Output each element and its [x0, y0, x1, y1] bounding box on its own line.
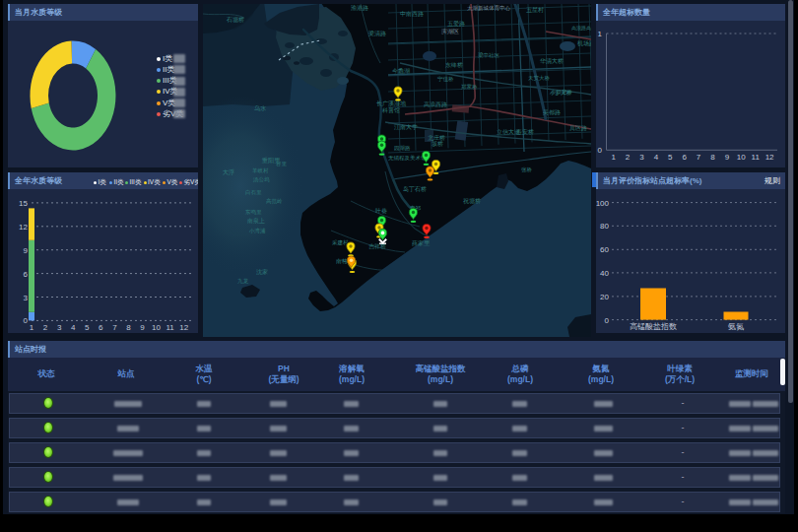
svg-text:天安大桥: 天安大桥	[528, 75, 551, 81]
svg-text:0: 0	[605, 316, 610, 325]
svg-text:3: 3	[24, 294, 29, 302]
svg-text:采建村: 采建村	[332, 239, 349, 246]
svg-text:20: 20	[600, 293, 609, 301]
svg-text:12: 12	[19, 223, 28, 232]
svg-text:9: 9	[725, 153, 730, 162]
svg-text:叶巷: 叶巷	[375, 208, 387, 214]
svg-text:无锡程及美术馆: 无锡程及美术馆	[388, 155, 427, 162]
svg-text:6: 6	[99, 323, 103, 332]
svg-text:五爱路: 五爱路	[447, 20, 465, 28]
svg-text:100: 100	[596, 199, 610, 208]
svg-text:8: 8	[710, 153, 715, 162]
svg-text:科普馆: 科普馆	[382, 106, 400, 114]
svg-text:滨湖区: 滨湖区	[441, 28, 459, 34]
svg-text:4: 4	[71, 323, 76, 332]
svg-text:江南大学: 江南大学	[394, 123, 418, 130]
svg-text:长广溪湿地: 长广溪湿地	[376, 100, 407, 106]
svg-text:石塘桥: 石塘桥	[226, 16, 244, 24]
svg-text:具区路: 具区路	[569, 124, 587, 132]
svg-text:岛丁石桥: 岛丁石桥	[403, 185, 427, 193]
svg-text:5: 5	[85, 323, 90, 332]
svg-text:40: 40	[600, 269, 609, 278]
svg-text:2: 2	[43, 323, 48, 332]
svg-text:7: 7	[697, 153, 701, 162]
svg-text:10: 10	[737, 153, 746, 162]
svg-text:6: 6	[682, 153, 687, 162]
svg-text:11: 11	[166, 323, 174, 332]
svg-text:12: 12	[179, 323, 188, 332]
svg-text:氨氮: 氨氮	[728, 322, 744, 331]
svg-text:高浪路高架: 高浪路高架	[571, 25, 591, 32]
svg-text:0: 0	[598, 146, 603, 155]
svg-text:宁佳桥: 宁佳桥	[437, 76, 454, 82]
svg-text:园湖路: 园湖路	[394, 145, 411, 152]
svg-text:梁中社区: 梁中社区	[478, 51, 500, 58]
svg-text:沈家: 沈家	[256, 268, 268, 276]
svg-text:乌水: 乌水	[254, 105, 266, 112]
svg-text:华清大桥: 华清大桥	[540, 57, 564, 64]
svg-text:60: 60	[600, 245, 609, 254]
svg-text:高浪西路: 高浪西路	[424, 100, 447, 108]
svg-text:吴都路: 吴都路	[543, 109, 561, 116]
svg-text:2: 2	[626, 153, 631, 162]
svg-text:张桥: 张桥	[521, 166, 533, 173]
svg-text:3: 3	[639, 153, 644, 162]
svg-text:7: 7	[112, 323, 117, 332]
svg-text:0: 0	[24, 316, 29, 325]
svg-text:高锰酸盐指数: 高锰酸盐指数	[630, 322, 677, 331]
svg-text:汤公坞: 汤公坞	[252, 176, 270, 183]
svg-text:1: 1	[611, 153, 616, 162]
svg-text:坂桥: 坂桥	[431, 141, 443, 147]
svg-text:80: 80	[600, 222, 609, 231]
svg-text:容里: 容里	[276, 161, 288, 167]
svg-text:吉祥桥: 吉祥桥	[368, 243, 386, 250]
svg-text:3: 3	[57, 323, 62, 332]
svg-text:祝塘桥: 祝塘桥	[463, 197, 481, 205]
svg-text:机场路: 机场路	[577, 40, 591, 47]
svg-text:今蠡湖: 今蠡湖	[392, 67, 410, 74]
svg-text:梁清路: 梁清路	[368, 30, 386, 37]
svg-text:9: 9	[24, 246, 29, 255]
svg-text:南泉上: 南泉上	[247, 218, 265, 224]
svg-text:小罗大桥: 小罗大桥	[549, 90, 572, 97]
svg-text:8: 8	[126, 323, 131, 332]
svg-text:15: 15	[19, 199, 28, 208]
svg-text:高范岭: 高范岭	[266, 198, 283, 205]
svg-text:郑家桥: 郑家桥	[461, 84, 478, 90]
svg-text:东鸣里: 东鸣里	[244, 209, 262, 215]
svg-text:9: 9	[140, 323, 145, 332]
svg-text:小湾浦: 小湾浦	[248, 228, 266, 234]
svg-text:薛家里: 薛家里	[412, 239, 431, 246]
svg-text:太湖新城体育中心: 太湖新城体育中心	[467, 5, 511, 11]
svg-text:1: 1	[30, 323, 34, 332]
svg-text:渔港路: 渔港路	[351, 5, 368, 12]
svg-text:羊岐村: 羊岐村	[252, 167, 269, 174]
svg-text:12: 12	[765, 153, 774, 162]
svg-text:九龙: 九龙	[237, 278, 249, 284]
svg-text:1: 1	[598, 30, 603, 38]
svg-text:中南西路: 中南西路	[400, 11, 424, 18]
svg-text:大浮: 大浮	[223, 168, 234, 175]
svg-text:6: 6	[24, 270, 29, 279]
svg-text:白石里: 白石里	[245, 189, 262, 196]
svg-text:5: 5	[668, 153, 673, 162]
svg-text:10: 10	[152, 323, 161, 332]
svg-text:4: 4	[654, 153, 659, 162]
svg-text:五星村: 五星村	[526, 7, 544, 14]
svg-text:11: 11	[752, 153, 761, 162]
svg-text:东绛桥: 东绛桥	[445, 61, 463, 68]
svg-text:寿安桥: 寿安桥	[515, 128, 534, 135]
